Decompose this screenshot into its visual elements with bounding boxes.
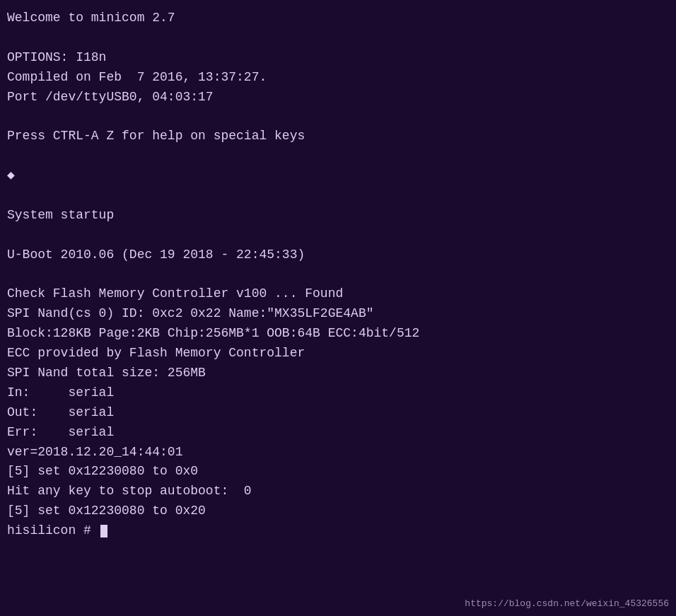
terminal-line (7, 265, 669, 285)
terminal-window[interactable]: Welcome to minicom 2.7 OPTIONS: I18nComp… (0, 0, 676, 616)
terminal-line: In: serial (7, 383, 669, 403)
terminal-line (7, 226, 669, 245)
terminal-line: Compiled on Feb 7 2016, 13:37:27. (7, 68, 669, 88)
terminal-line: Hit any key to stop autoboot: 0 (7, 482, 669, 501)
terminal-line: ver=2018.12.20_14:44:01 (7, 443, 669, 463)
terminal-line: Block:128KB Page:2KB Chip:256MB*1 OOB:64… (7, 324, 669, 344)
terminal-line: Welcome to minicom 2.7 (7, 8, 669, 28)
terminal-line: Out: serial (7, 403, 669, 423)
terminal-line: ECC provided by Flash Memory Controller (7, 344, 669, 364)
terminal-cursor (100, 525, 107, 537)
watermark: https://blog.csdn.net/weixin_45326556 (465, 598, 669, 609)
terminal-line: SPI Nand(cs 0) ID: 0xc2 0x22 Name:"MX35L… (7, 304, 669, 324)
terminal-line: OPTIONS: I18n (7, 48, 669, 68)
terminal-line (7, 186, 669, 206)
terminal-line: Port /dev/ttyUSB0, 04:03:17 (7, 88, 669, 107)
terminal-line: System startup (7, 206, 669, 226)
terminal-line: hisilicon # (7, 521, 669, 541)
terminal-line: [5] set 0x12230080 to 0x0 (7, 462, 669, 482)
terminal-line: [5] set 0x12230080 to 0x20 (7, 501, 669, 521)
terminal-line (7, 107, 669, 127)
terminal-output: Welcome to minicom 2.7 OPTIONS: I18nComp… (7, 8, 669, 541)
terminal-line (7, 28, 669, 48)
terminal-line: SPI Nand total size: 256MB (7, 364, 669, 383)
terminal-line: Err: serial (7, 423, 669, 443)
terminal-line: Check Flash Memory Controller v100 ... F… (7, 284, 669, 304)
terminal-line (7, 146, 669, 166)
terminal-line: U-Boot 2010.06 (Dec 19 2018 - 22:45:33) (7, 245, 669, 265)
terminal-line: ◆ (7, 166, 669, 186)
terminal-line: Press CTRL-A Z for help on special keys (7, 127, 669, 146)
